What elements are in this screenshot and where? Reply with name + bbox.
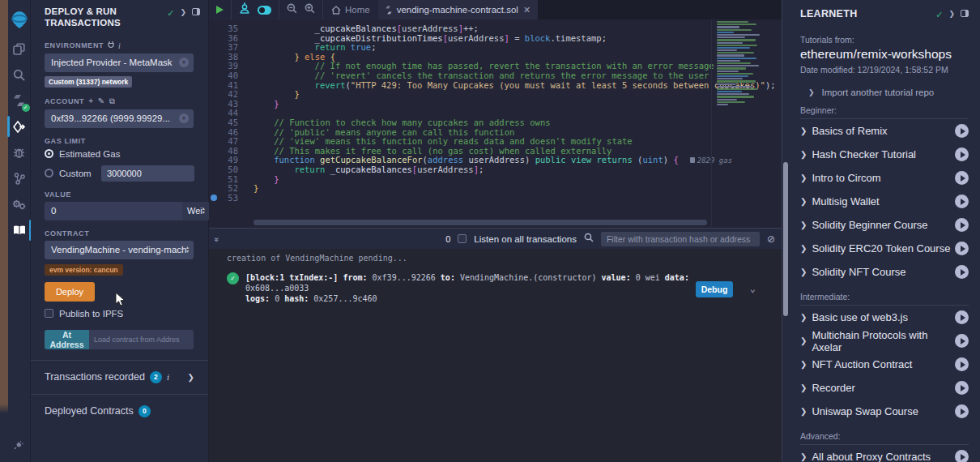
breakpoint-margin[interactable] <box>209 34 219 44</box>
custom-gas-input[interactable] <box>101 165 194 182</box>
line-number[interactable]: 50 <box>219 165 238 175</box>
at-address-button[interactable]: At Address <box>45 330 89 349</box>
line-number[interactable]: 47 <box>219 137 238 147</box>
collapse-terminal-icon[interactable]: » <box>212 237 221 241</box>
play-icon[interactable] <box>955 357 969 371</box>
breakpoint-dot[interactable] <box>211 195 217 201</box>
line-number[interactable]: 35 <box>219 24 238 34</box>
breakpoint-margin[interactable] <box>209 53 219 62</box>
account-select[interactable]: 0xf39...92266 (9999.99929... ▾ <box>45 109 194 128</box>
environment-select[interactable]: Injected Provider - MetaMask ▾ <box>45 53 194 72</box>
breakpoint-margin[interactable] <box>209 62 219 71</box>
solidity-compiler-icon[interactable]: ✓ <box>8 88 31 113</box>
edit-account-icon[interactable]: ✎ <box>98 96 105 105</box>
code-line[interactable]: 53 <box>209 194 709 203</box>
code-line[interactable]: 36_cupcakeDistributionTimes[userAddress]… <box>209 34 709 44</box>
horizontal-scrollbar[interactable] <box>254 220 707 225</box>
tutorial-item[interactable]: ❯Uniswap Swap Course <box>800 400 969 423</box>
play-icon[interactable] <box>955 381 969 395</box>
minimap[interactable] <box>717 21 773 118</box>
tutorial-item[interactable]: ❯Basics of Remix <box>800 119 969 143</box>
tab-vending-machine-contract[interactable]: vending-machine-contract.sol ✕ <box>378 0 538 19</box>
line-number[interactable]: 53 <box>219 194 238 203</box>
ai-assistant-icon[interactable] <box>239 2 250 17</box>
code-line[interactable]: 50return _cupcakeBalances[userAddress]; <box>209 165 709 175</box>
tutorial-item[interactable]: ❯Hash Checker Tutorial <box>800 143 969 166</box>
add-account-icon[interactable]: + <box>88 96 93 105</box>
play-icon[interactable] <box>955 334 969 348</box>
play-icon[interactable] <box>955 195 969 208</box>
estimated-gas-radio[interactable] <box>45 149 53 158</box>
code-line[interactable]: 41revert("HTTP 429: Too Many Cupcakes (y… <box>209 81 709 91</box>
tutorial-item[interactable]: ❯Multichain Protocols with Axelar <box>800 329 969 353</box>
tutorial-item[interactable]: ❯Solidity NFT Course <box>800 260 969 284</box>
play-icon[interactable] <box>955 124 969 138</box>
breakpoint-margin[interactable] <box>209 156 219 165</box>
transactions-recorded-row[interactable]: Transactions recorded 2 i ❯ <box>31 361 208 394</box>
breakpoint-margin[interactable] <box>209 109 219 118</box>
play-icon[interactable] <box>955 310 969 324</box>
plugin-connect-icon[interactable] <box>8 431 31 457</box>
line-number[interactable]: 52 <box>219 184 238 194</box>
line-number[interactable]: 42 <box>219 90 238 100</box>
line-number[interactable]: 40 <box>219 71 238 81</box>
tutorial-item[interactable]: ❯Solidity Beginner Course <box>800 213 969 237</box>
play-icon[interactable] <box>955 450 969 462</box>
listen-checkbox[interactable] <box>458 234 467 243</box>
close-tab-icon[interactable]: ✕ <box>523 5 530 15</box>
chevron-down-icon[interactable]: ⌄ <box>750 283 756 294</box>
clear-terminal-icon[interactable]: ⊘ <box>767 233 775 245</box>
deployed-contracts-row[interactable]: Deployed Contracts 0 <box>31 395 208 428</box>
deploy-button[interactable]: Deploy <box>45 282 95 302</box>
tutorial-item[interactable]: ❯NFT Auction Contract <box>800 353 969 376</box>
breakpoint-margin[interactable] <box>209 184 219 194</box>
breakpoint-margin[interactable] <box>209 128 219 138</box>
search-icon[interactable] <box>584 233 594 245</box>
terminal-filter-input[interactable] <box>601 232 760 246</box>
publish-ipfs-checkbox[interactable] <box>45 309 53 318</box>
plug-icon[interactable] <box>108 41 114 50</box>
at-address-input[interactable] <box>89 330 194 349</box>
code-line[interactable]: 51} <box>209 175 709 185</box>
custom-gas-radio[interactable] <box>45 169 53 178</box>
run-script-icon[interactable] <box>216 6 224 14</box>
learneth-icon[interactable] <box>8 217 31 243</box>
breakpoint-margin[interactable] <box>209 90 219 100</box>
zoom-in-icon[interactable] <box>305 2 315 17</box>
copy-account-icon[interactable]: ⧉ <box>109 96 116 106</box>
remix-logo-icon[interactable] <box>8 3 31 36</box>
panel-pin-icon[interactable] <box>192 8 200 15</box>
chevron-right-icon[interactable]: ❯ <box>188 373 194 382</box>
info-icon[interactable]: i <box>167 372 169 382</box>
contract-select[interactable]: VendingMachine - vending-machin ▴▾ <box>45 241 194 259</box>
code-line[interactable]: 52} <box>209 184 709 194</box>
panel-scrollbar[interactable] <box>783 162 788 316</box>
breakpoint-margin[interactable] <box>209 24 219 34</box>
breakpoint-margin[interactable] <box>209 81 219 91</box>
breakpoint-margin[interactable] <box>209 175 219 185</box>
play-icon[interactable] <box>955 265 969 279</box>
breakpoint-margin[interactable] <box>209 71 219 81</box>
panel-pin-icon[interactable] <box>961 10 969 17</box>
code-line[interactable]: 42} <box>209 90 709 100</box>
play-icon[interactable] <box>955 218 969 232</box>
play-icon[interactable] <box>955 148 969 161</box>
panel-collapse-icon[interactable]: ❯ <box>180 8 186 16</box>
breakpoint-margin[interactable] <box>209 43 219 53</box>
tutorial-item[interactable]: ❯Multisig Wallet <box>800 190 969 213</box>
line-number[interactable]: 45 <box>219 118 238 128</box>
code-editor[interactable]: 35_cupcakeBalances[userAddress]++;36_cup… <box>209 19 782 228</box>
breakpoint-margin[interactable] <box>209 118 219 128</box>
terminal-body[interactable]: creation of VendingMachine pending... ✓ … <box>209 249 782 462</box>
tutorial-item[interactable]: ❯Basic use of web3.js <box>800 306 969 329</box>
import-repo-link[interactable]: ❯ Import another tutorial repo <box>800 88 969 97</box>
breakpoint-margin[interactable] <box>209 194 219 203</box>
breakpoint-margin[interactable] <box>209 100 219 109</box>
home-tab[interactable]: Home <box>323 0 378 19</box>
value-unit-select[interactable]: Wei ▴▾ <box>182 202 210 220</box>
search-icon[interactable] <box>8 62 31 88</box>
plugin-manager-icon[interactable] <box>8 191 31 217</box>
info-icon[interactable]: i <box>118 41 121 50</box>
play-icon[interactable] <box>955 242 969 255</box>
file-explorer-icon[interactable] <box>8 36 31 62</box>
